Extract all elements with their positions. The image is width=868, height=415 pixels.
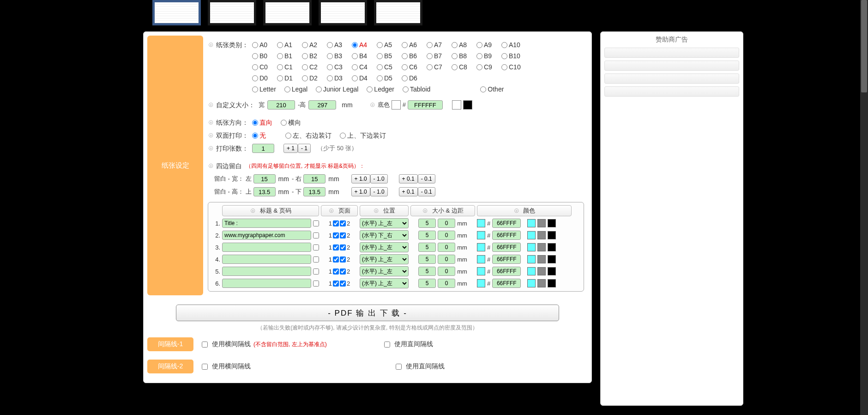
preset-swatch[interactable] bbox=[548, 243, 556, 251]
title-text-input[interactable] bbox=[222, 243, 311, 252]
ad-slot[interactable] bbox=[604, 73, 739, 84]
margin-h-plus01-button[interactable]: + 0.1 bbox=[399, 187, 418, 196]
radio-paper-a5[interactable]: A5 bbox=[377, 39, 402, 50]
color-swatch[interactable] bbox=[477, 255, 485, 263]
margin-input[interactable] bbox=[438, 267, 455, 276]
radio-paper-c5[interactable]: C5 bbox=[377, 61, 402, 73]
radio-paper-a4[interactable]: A4 bbox=[352, 39, 377, 50]
height-input[interactable] bbox=[308, 100, 336, 110]
radio-paper-a3[interactable]: A3 bbox=[327, 39, 352, 50]
radio-paper-a2[interactable]: A2 bbox=[302, 39, 327, 50]
title-text-input[interactable] bbox=[222, 279, 311, 288]
page2-checkbox[interactable] bbox=[340, 244, 346, 250]
title-enable-checkbox[interactable] bbox=[313, 232, 319, 238]
title-text-input[interactable] bbox=[222, 219, 311, 228]
sep2-v-checkbox[interactable]: 使用直间隔线 bbox=[394, 362, 445, 371]
radio-paper-a6[interactable]: A6 bbox=[402, 39, 427, 50]
color-hex-input[interactable] bbox=[492, 231, 521, 240]
preset-swatch[interactable] bbox=[537, 231, 546, 239]
radio-paper-d1[interactable]: D1 bbox=[277, 73, 302, 84]
margin-h-minus10-button[interactable]: - 1.0 bbox=[370, 187, 388, 196]
title-text-input[interactable] bbox=[222, 231, 311, 240]
swatch-white[interactable] bbox=[452, 100, 461, 110]
thumbnail-4[interactable] bbox=[319, 0, 367, 25]
page1-checkbox[interactable] bbox=[333, 269, 339, 275]
margin-top-input[interactable] bbox=[253, 187, 276, 196]
sep2-h-checkbox[interactable]: 使用横间隔线 bbox=[200, 362, 251, 371]
color-swatch[interactable] bbox=[477, 267, 485, 275]
preset-swatch[interactable] bbox=[527, 255, 536, 263]
radio-paper-d4[interactable]: D4 bbox=[352, 73, 377, 84]
title-enable-checkbox[interactable] bbox=[313, 269, 319, 275]
color-hex-input[interactable] bbox=[492, 219, 521, 228]
radio-paper-b10[interactable]: B10 bbox=[501, 50, 526, 61]
help-icon[interactable]: ⦾ bbox=[208, 39, 214, 50]
margin-w-minus10-button[interactable]: - 1.0 bbox=[370, 174, 388, 183]
radio-duplex-lr[interactable]: 左、右边装订 bbox=[285, 130, 332, 141]
bgcolor-hex-input[interactable] bbox=[408, 100, 443, 110]
thumbnail-5[interactable] bbox=[374, 0, 422, 25]
preset-swatch[interactable] bbox=[527, 243, 536, 251]
radio-paper-ledger[interactable]: Ledger bbox=[367, 84, 394, 95]
page1-checkbox[interactable] bbox=[333, 256, 339, 262]
preset-swatch[interactable] bbox=[537, 219, 546, 227]
radio-paper-d2[interactable]: D2 bbox=[302, 73, 327, 84]
pdf-download-button[interactable]: - PDF 输 出 下 载 - bbox=[176, 305, 559, 321]
radio-paper-a7[interactable]: A7 bbox=[427, 39, 452, 50]
radio-paper-d0[interactable]: D0 bbox=[252, 73, 277, 84]
preset-swatch[interactable] bbox=[527, 267, 536, 275]
margin-input[interactable] bbox=[438, 231, 455, 240]
margin-input[interactable] bbox=[438, 279, 455, 288]
thumbnail-2[interactable] bbox=[208, 0, 256, 25]
margin-right-input[interactable] bbox=[303, 174, 326, 183]
help-icon[interactable]: ⦾ bbox=[208, 160, 214, 171]
page1-checkbox[interactable] bbox=[333, 232, 339, 238]
preset-swatch[interactable] bbox=[548, 255, 556, 263]
scrollbar-thumb[interactable] bbox=[861, 0, 867, 92]
radio-paper-c8[interactable]: C8 bbox=[452, 61, 476, 73]
preset-swatch[interactable] bbox=[527, 279, 536, 287]
help-icon[interactable]: ⦾ bbox=[208, 99, 214, 110]
radio-paper-b7[interactable]: B7 bbox=[427, 50, 452, 61]
size-input[interactable] bbox=[418, 243, 436, 252]
title-enable-checkbox[interactable] bbox=[313, 220, 319, 226]
color-hex-input[interactable] bbox=[492, 255, 521, 264]
radio-paper-c2[interactable]: C2 bbox=[302, 61, 327, 73]
page2-checkbox[interactable] bbox=[340, 220, 346, 226]
radio-paper-letter[interactable]: Letter bbox=[252, 84, 276, 95]
margin-w-minus01-button[interactable]: - 0.1 bbox=[418, 174, 435, 183]
title-text-input[interactable] bbox=[222, 255, 311, 264]
margin-bottom-input[interactable] bbox=[303, 187, 326, 196]
preset-swatch[interactable] bbox=[548, 279, 556, 287]
radio-paper-b8[interactable]: B8 bbox=[452, 50, 476, 61]
margin-h-plus10-button[interactable]: + 1.0 bbox=[351, 187, 370, 196]
radio-paper-a0[interactable]: A0 bbox=[252, 39, 277, 50]
color-swatch[interactable] bbox=[477, 231, 485, 239]
position-select[interactable]: (水平) 上_左 bbox=[360, 266, 409, 276]
radio-paper-d5[interactable]: D5 bbox=[377, 73, 402, 84]
position-select[interactable]: (水平) 上_左 bbox=[360, 242, 409, 252]
radio-paper-c6[interactable]: C6 bbox=[402, 61, 427, 73]
ad-slot[interactable] bbox=[604, 61, 739, 71]
page2-checkbox[interactable] bbox=[340, 256, 346, 262]
preset-swatch[interactable] bbox=[527, 231, 536, 239]
radio-paper-legal[interactable]: Legal bbox=[284, 84, 307, 95]
position-select[interactable]: (水平) 上_左 bbox=[360, 278, 409, 288]
margin-input[interactable] bbox=[438, 255, 455, 264]
width-input[interactable] bbox=[267, 100, 295, 110]
help-icon[interactable]: ⦾ bbox=[208, 143, 214, 154]
margin-input[interactable] bbox=[438, 243, 455, 252]
thumbnail-3[interactable] bbox=[263, 0, 312, 25]
radio-paper-c1[interactable]: C1 bbox=[277, 61, 302, 73]
size-input[interactable] bbox=[418, 255, 436, 264]
radio-paper-b1[interactable]: B1 bbox=[277, 50, 302, 61]
ad-slot[interactable] bbox=[604, 86, 739, 97]
page1-checkbox[interactable] bbox=[333, 281, 339, 287]
sep1-h-checkbox[interactable]: 使用横间隔线 (不含留白范围, 左上为基准点) bbox=[200, 340, 327, 349]
preset-swatch[interactable] bbox=[537, 267, 546, 275]
help-icon[interactable]: ⦾ bbox=[369, 99, 376, 110]
radio-paper-d3[interactable]: D3 bbox=[327, 73, 352, 84]
sep1-v-checkbox[interactable]: 使用直间隔线 bbox=[382, 340, 433, 349]
copies-minus1-button[interactable]: - 1 bbox=[298, 144, 311, 153]
margin-left-input[interactable] bbox=[253, 174, 276, 183]
